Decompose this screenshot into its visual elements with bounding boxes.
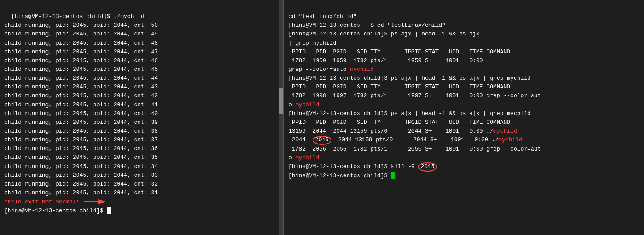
mychild-highlight-1: mychild bbox=[350, 66, 374, 73]
cd-prompt-line: [hins@VM-12-13-centos ~]$ cd "testLinux/… bbox=[289, 22, 446, 28]
ps-row1a: 1782 1960 1959 1782 pts/1 1959 S+ 1001 0… bbox=[289, 57, 483, 64]
ps-cmd-line1b: | grep mychild bbox=[289, 40, 336, 46]
right-cursor bbox=[391, 172, 395, 179]
output-line-10: child running, pid: 2045, ppid: 2044, cn… bbox=[4, 102, 158, 108]
left-terminal: [hins@VM-12-13-centos child]$ ./mychild … bbox=[0, 0, 284, 235]
right-terminal: cd "testLinux/child" [hins@VM-12-13-cent… bbox=[284, 0, 644, 235]
output-line-20: child running, pid: 2045, ppid: 2044, cn… bbox=[4, 189, 158, 196]
mychild-highlight-3b: mychild bbox=[498, 137, 522, 143]
arrow-icon bbox=[83, 197, 109, 206]
ps-row3c: 1782 2056 2055 1782 pts/1 2055 S+ 1001 0… bbox=[289, 146, 541, 152]
output-line-14: child running, pid: 2045, ppid: 2044, cn… bbox=[4, 137, 158, 143]
cd-command: cd "testLinux/child" bbox=[289, 13, 357, 20]
ps-header2: PPID PID PGID SID TTY TPGID STAT UID TIM… bbox=[289, 84, 510, 90]
grep-line1: grep --color=auto bbox=[289, 66, 350, 73]
output-line-4: child running, pid: 2045, ppid: 2044, cn… bbox=[4, 49, 158, 55]
right-final-prompt: [hins@VM-12-13-centos child]$ bbox=[289, 172, 391, 179]
left-final-prompt: [hins@VM-12-13-centos child]$ bbox=[4, 207, 107, 214]
ps-cmd-line3: [hins@VM-12-13-centos child]$ ps ajx | h… bbox=[289, 110, 531, 117]
output-line-15: child running, pid: 2045, ppid: 2044, cn… bbox=[4, 145, 158, 152]
kill-cmd-pre: [hins@VM-12-13-centos child]$ kill -9 bbox=[289, 163, 418, 170]
kill-pid-circle: 2045 bbox=[418, 162, 437, 172]
exit-line: child exit not normal! bbox=[4, 199, 80, 205]
ps-row2b: o bbox=[289, 102, 296, 108]
left-content: [hins@VM-12-13-centos child]$ ./mychild … bbox=[4, 13, 158, 214]
pid-2045-circle: 2045 bbox=[313, 136, 331, 145]
output-line-2: child running, pid: 2045, ppid: 2044, cn… bbox=[4, 31, 158, 37]
output-line-18: child running, pid: 2045, ppid: 2044, cn… bbox=[4, 172, 158, 179]
left-cursor bbox=[107, 207, 111, 214]
ps-row3a-pre: 13159 2044 2044 13159 pts/0 2044 S+ 1001… bbox=[289, 128, 493, 134]
output-line-8: child running, pid: 2045, ppid: 2044, cn… bbox=[4, 84, 158, 90]
output-line-1: child running, pid: 2045, ppid: 2044, cn… bbox=[4, 22, 158, 28]
output-line-7: child running, pid: 2045, ppid: 2044, cn… bbox=[4, 75, 158, 81]
scrollbar[interactable] bbox=[279, 0, 283, 235]
mychild-highlight-2: mychild bbox=[296, 102, 320, 108]
output-line-11: child running, pid: 2045, ppid: 2044, cn… bbox=[4, 110, 158, 117]
ps-cmd-line2: [hins@VM-12-13-centos child]$ ps ajx | h… bbox=[289, 75, 531, 81]
scrollbar-thumb[interactable] bbox=[279, 88, 283, 114]
ps-row2a: 1782 1998 1997 1782 pts/1 1997 S+ 1001 0… bbox=[289, 92, 541, 99]
initial-command: [hins@VM-12-13-centos child]$ ./mychild bbox=[11, 13, 144, 20]
ps-row3b-post: 2044 13159 pts/0 2044 S+ 1001 0:00 ./ bbox=[331, 137, 498, 143]
right-content: cd "testLinux/child" [hins@VM-12-13-cent… bbox=[289, 13, 541, 179]
ps-row3c2: o bbox=[289, 154, 296, 161]
output-line-19: child running, pid: 2045, ppid: 2044, cn… bbox=[4, 181, 158, 187]
output-line-16: child running, pid: 2045, ppid: 2044, cn… bbox=[4, 154, 158, 161]
ps-row3b-pre: 2044 bbox=[289, 137, 313, 143]
mychild-highlight-3a: mychild bbox=[493, 128, 517, 134]
output-line-17: child running, pid: 2045, ppid: 2044, cn… bbox=[4, 163, 158, 170]
output-line-3: child running, pid: 2045, ppid: 2044, cn… bbox=[4, 40, 158, 46]
output-line-9: child running, pid: 2045, ppid: 2044, cn… bbox=[4, 92, 158, 99]
ps-cmd-line1: [hins@VM-12-13-centos child]$ ps ajx | h… bbox=[289, 31, 480, 37]
ps-header1: PPID PID PGID SID TTY TPGID STAT UID TIM… bbox=[289, 49, 510, 55]
output-line-6: child running, pid: 2045, ppid: 2044, cn… bbox=[4, 66, 158, 73]
output-line-5: child running, pid: 2045, ppid: 2044, cn… bbox=[4, 57, 158, 64]
output-line-12: child running, pid: 2045, ppid: 2044, cn… bbox=[4, 119, 158, 126]
mychild-highlight-3c: mychild bbox=[296, 154, 320, 161]
output-line-13: child running, pid: 2045, ppid: 2044, cn… bbox=[4, 128, 158, 134]
ps-header3: PPID PID PGID SID TTY TPGID STAT UID TIM… bbox=[289, 119, 510, 126]
